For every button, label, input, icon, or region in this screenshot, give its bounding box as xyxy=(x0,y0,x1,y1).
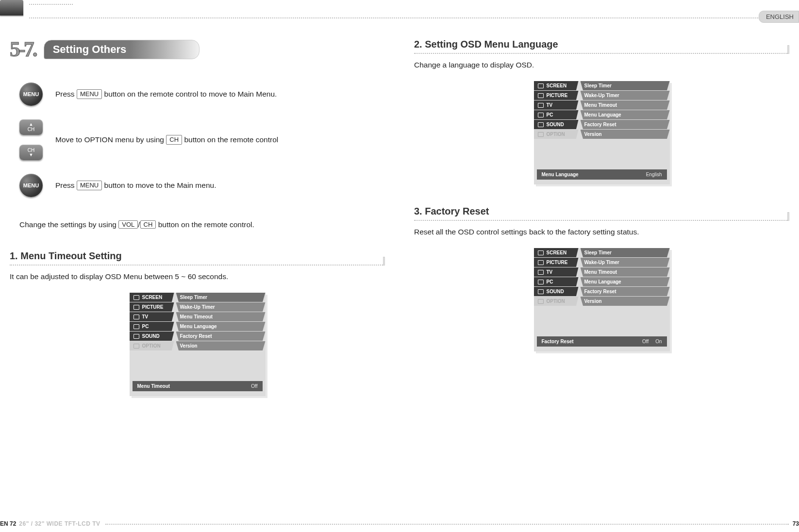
osd-item: Menu Language xyxy=(581,110,670,119)
osd-tab: SCREEN xyxy=(130,293,174,302)
osd-footer-label: Menu Language xyxy=(542,172,579,177)
menu-keycap: MENU xyxy=(77,89,102,99)
osd-item: Menu Timeout xyxy=(581,267,670,277)
osd-illustration: SCREEN PICTURE TV PC SOUND OPTION Sleep … xyxy=(534,248,670,351)
osd-footer-value: Off xyxy=(251,383,257,389)
language-tab: ENGLISH xyxy=(759,11,799,23)
osd-tab: SOUND xyxy=(130,332,174,341)
osd-tab: PC xyxy=(534,110,579,119)
left-column: 5-7. Setting Others MENU Press MENU butt… xyxy=(10,39,385,503)
osd-item: Factory Reset xyxy=(581,120,670,129)
osd-tab: TV xyxy=(534,267,579,277)
menu-button-icon: MENU xyxy=(19,174,43,197)
osd-tab: TV xyxy=(534,100,579,110)
osd-item: Version xyxy=(176,341,266,350)
osd-item: Sleep Timer xyxy=(581,81,670,90)
osd-tab-selected: OPTION xyxy=(130,341,174,350)
osd-footer-value: English xyxy=(646,172,662,177)
osd-tab: SCREEN xyxy=(534,248,579,257)
step-text: Move to OPTION menu by using CH button o… xyxy=(55,134,278,145)
ch-down-button-icon: CH▼ xyxy=(19,145,43,160)
decorative-dots xyxy=(29,4,73,5)
osd-tab: TV xyxy=(130,312,174,321)
subsection-desc: Reset all the OSD control settings back … xyxy=(414,228,789,236)
osd-tab: SOUND xyxy=(534,120,579,129)
menu-keycap: MENU xyxy=(77,181,102,190)
osd-tab: PICTURE xyxy=(130,302,174,312)
osd-tab: PC xyxy=(534,277,579,286)
osd-tab: PICTURE xyxy=(534,258,579,267)
osd-item: Factory Reset xyxy=(176,332,266,341)
step-text: Press MENU button on the remote control … xyxy=(55,89,277,100)
ch-keycap: CH xyxy=(140,220,156,229)
subsection-title: 3. Factory Reset xyxy=(414,206,789,221)
osd-tab: PC xyxy=(130,322,174,331)
osd-tab-selected: OPTION xyxy=(534,130,579,139)
osd-item: Wake-Up Timer xyxy=(581,91,670,100)
osd-item: Menu Language xyxy=(581,277,670,286)
vol-keycap: VOL xyxy=(118,220,138,229)
osd-item: Menu Language xyxy=(176,322,266,331)
model-label: 26" / 32" WIDE TFT-LCD TV xyxy=(19,520,100,527)
decorative-dots xyxy=(105,524,789,525)
step-text: Change the settings by using VOL/CH butt… xyxy=(19,220,385,229)
osd-footer-off: Off xyxy=(642,339,649,344)
page-footer: EN 72 26" / 32" WIDE TFT-LCD TV 73 xyxy=(0,520,799,527)
osd-tab-selected: OPTION xyxy=(534,297,579,306)
ch-keycap: CH xyxy=(166,135,182,145)
page-number-right: 73 xyxy=(793,520,799,527)
section-number: 5-7. xyxy=(10,39,36,60)
osd-item: Version xyxy=(581,130,670,139)
osd-item: Wake-Up Timer xyxy=(176,302,266,312)
menu-button-icon: MENU xyxy=(19,83,43,106)
step-text: Press MENU button to move to the Main me… xyxy=(55,180,216,191)
tv-logo-icon xyxy=(0,0,23,16)
subsection-title: 1. Menu Timeout Setting xyxy=(10,250,385,266)
osd-illustration: SCREEN PICTURE TV PC SOUND OPTION Sleep … xyxy=(130,293,266,396)
osd-item: Sleep Timer xyxy=(581,248,670,257)
osd-footer-label: Factory Reset xyxy=(542,339,574,344)
subsection-desc: Change a language to display OSD. xyxy=(414,61,789,69)
osd-item: Factory Reset xyxy=(581,287,670,296)
osd-footer-label: Menu Timeout xyxy=(137,383,170,389)
ch-up-button-icon: ▲CH xyxy=(19,119,43,135)
osd-tab: SOUND xyxy=(534,287,579,296)
osd-item: Sleep Timer xyxy=(176,293,266,302)
osd-item: Menu Timeout xyxy=(581,100,670,110)
subsection-title: 2. Setting OSD Menu Language xyxy=(414,39,789,54)
osd-footer-on: On xyxy=(655,339,662,344)
osd-item: Menu Timeout xyxy=(176,312,266,321)
osd-item: Wake-Up Timer xyxy=(581,258,670,267)
section-title: Setting Others xyxy=(44,40,200,59)
decorative-dots xyxy=(29,17,799,18)
page-number-left: EN 72 xyxy=(0,520,16,527)
osd-tab: PICTURE xyxy=(534,91,579,100)
osd-tab: SCREEN xyxy=(534,81,579,90)
right-column: 2. Setting OSD Menu Language Change a la… xyxy=(414,39,789,503)
subsection-desc: It can be adjusted to display OSD Menu b… xyxy=(10,272,385,281)
osd-item: Version xyxy=(581,297,670,306)
osd-illustration: SCREEN PICTURE TV PC SOUND OPTION Sleep … xyxy=(534,81,670,184)
